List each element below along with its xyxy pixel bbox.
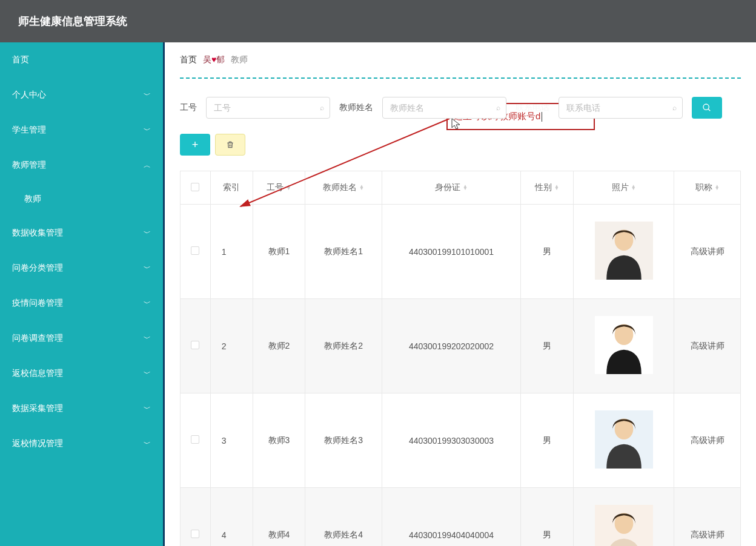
cell-index: 4 <box>210 488 253 547</box>
sidebar: 首页个人中心﹀学生管理﹀教师管理︿教师数据收集管理﹀问卷分类管理﹀疫情问卷管理﹀… <box>0 42 165 546</box>
sort-icon: ▲▼ <box>286 185 291 191</box>
filter-label-gonghao: 工号 <box>180 102 197 113</box>
sidebar-item-label: 数据采集管理 <box>12 403 63 414</box>
chevron-down-icon: ﹀ <box>144 439 151 449</box>
sidebar-sub-item[interactable]: 教师 <box>0 183 163 215</box>
breadcrumb-mid[interactable]: 吴♥郁 <box>203 54 225 65</box>
col-header-2[interactable]: 教师姓名▲▼ <box>305 171 382 205</box>
col-header-6[interactable]: 职称▲▼ <box>674 171 741 205</box>
cell-index: 3 <box>210 393 253 488</box>
search-icon <box>702 103 712 113</box>
name-input-wrapper: ⌕ <box>382 97 506 119</box>
row-checkbox[interactable] <box>191 530 199 538</box>
chevron-down-icon: ﹀ <box>144 334 151 344</box>
sidebar-item-label: 个人中心 <box>12 90 46 100</box>
phone-input[interactable] <box>559 97 683 119</box>
action-bar: + <box>165 134 756 171</box>
chevron-down-icon: ﹀ <box>144 228 151 238</box>
divider <box>180 77 741 79</box>
sidebar-item-2[interactable]: 学生管理﹀ <box>0 113 163 148</box>
cell-index: 1 <box>210 205 253 299</box>
chevron-down-icon: ﹀ <box>144 369 151 379</box>
teacher-table: 索引工号▲▼教师姓名▲▼身份证▲▼性别▲▼照片▲▼职称▲▼ 1教师1教师姓名14… <box>180 171 741 546</box>
cell-gender: 男 <box>521 205 574 299</box>
sidebar-item-8[interactable]: 返校信息管理﹀ <box>0 356 163 391</box>
chevron-down-icon: ﹀ <box>144 404 151 414</box>
cell-name: 教师姓名4 <box>305 488 382 547</box>
main-content: 首页 吴♥郁 教师 这里可以对教师账号d 工号 ⌕ 教师姓名 <box>165 42 756 546</box>
col-header-5[interactable]: 照片▲▼ <box>573 171 674 205</box>
table-wrapper: 索引工号▲▼教师姓名▲▼身份证▲▼性别▲▼照片▲▼职称▲▼ 1教师1教师姓名14… <box>165 171 756 546</box>
app-header: 师生健康信息管理系统 <box>0 0 756 42</box>
breadcrumb: 首页 吴♥郁 教师 <box>165 54 756 77</box>
sidebar-item-7[interactable]: 问卷调查管理﹀ <box>0 321 163 356</box>
cell-name: 教师姓名2 <box>305 299 382 393</box>
cell-title: 高级讲师 <box>674 488 741 547</box>
sidebar-item-9[interactable]: 数据采集管理﹀ <box>0 391 163 426</box>
sidebar-item-label: 问卷分类管理 <box>12 263 63 274</box>
col-header-4[interactable]: 性别▲▼ <box>521 171 574 205</box>
chevron-down-icon: ﹀ <box>144 90 151 100</box>
cell-checkbox <box>181 393 211 488</box>
sidebar-item-0[interactable]: 首页 <box>0 42 163 77</box>
col-header-3[interactable]: 身份证▲▼ <box>382 171 520 205</box>
cell-gonghao: 教师3 <box>253 393 305 488</box>
avatar <box>595 505 653 546</box>
cell-checkbox <box>181 205 211 299</box>
sidebar-item-10[interactable]: 返校情况管理﹀ <box>0 426 163 461</box>
app-title: 师生健康信息管理系统 <box>18 14 127 28</box>
cell-name: 教师姓名3 <box>305 393 382 488</box>
sidebar-item-label: 首页 <box>12 54 29 65</box>
col-header-1[interactable]: 工号▲▼ <box>253 171 305 205</box>
breadcrumb-current: 教师 <box>231 54 248 65</box>
cell-gender: 男 <box>521 299 574 393</box>
sort-icon: ▲▼ <box>554 185 559 191</box>
row-checkbox[interactable] <box>191 341 199 349</box>
avatar <box>595 222 653 280</box>
cell-gonghao: 教师1 <box>253 205 305 299</box>
sidebar-item-5[interactable]: 问卷分类管理﹀ <box>0 251 163 286</box>
sort-icon: ▲▼ <box>715 185 720 191</box>
search-icon: ⌕ <box>496 104 500 112</box>
avatar <box>595 410 653 469</box>
sidebar-item-label: 返校情况管理 <box>12 438 63 449</box>
cell-checkbox <box>181 488 211 547</box>
row-checkbox[interactable] <box>191 435 199 444</box>
sort-icon: ▲▼ <box>631 185 636 191</box>
trash-icon <box>226 140 234 149</box>
gonghao-input[interactable] <box>206 97 330 119</box>
delete-button[interactable] <box>215 134 245 156</box>
name-input[interactable] <box>382 97 506 119</box>
sidebar-item-1[interactable]: 个人中心﹀ <box>0 77 163 113</box>
breadcrumb-home[interactable]: 首页 <box>180 54 197 65</box>
cell-gender: 男 <box>521 393 574 488</box>
sidebar-item-3[interactable]: 教师管理︿ <box>0 148 163 183</box>
layout: 首页个人中心﹀学生管理﹀教师管理︿教师数据收集管理﹀问卷分类管理﹀疫情问卷管理﹀… <box>0 42 756 546</box>
search-icon: ⌕ <box>672 104 677 112</box>
cell-idcard: 440300199404040004 <box>382 488 520 547</box>
sidebar-item-label: 疫情问卷管理 <box>12 298 63 309</box>
col-header-0[interactable]: 索引 <box>210 171 253 205</box>
add-button[interactable]: + <box>180 134 210 156</box>
row-checkbox[interactable] <box>191 246 199 255</box>
sort-icon: ▲▼ <box>359 185 364 191</box>
chevron-down-icon: ﹀ <box>144 125 151 136</box>
cell-title: 高级讲师 <box>674 299 741 393</box>
search-button[interactable] <box>692 97 722 119</box>
chevron-up-icon: ︿ <box>144 160 151 171</box>
chevron-down-icon: ﹀ <box>144 298 151 309</box>
text-cursor-icon <box>542 112 542 122</box>
sidebar-item-label: 教师管理 <box>12 160 46 171</box>
plus-icon: + <box>192 139 199 151</box>
svg-point-1 <box>703 104 709 110</box>
sidebar-item-4[interactable]: 数据收集管理﹀ <box>0 215 163 251</box>
cell-photo <box>573 299 674 393</box>
col-checkbox <box>181 171 211 205</box>
sidebar-item-label: 学生管理 <box>12 125 46 136</box>
select-all-checkbox[interactable] <box>191 183 199 191</box>
sidebar-item-label: 返校信息管理 <box>12 368 63 379</box>
cell-idcard: 440300199101010001 <box>382 205 520 299</box>
cell-name: 教师姓名1 <box>305 205 382 299</box>
sidebar-item-6[interactable]: 疫情问卷管理﹀ <box>0 286 163 321</box>
cell-gender: 男 <box>521 488 574 547</box>
